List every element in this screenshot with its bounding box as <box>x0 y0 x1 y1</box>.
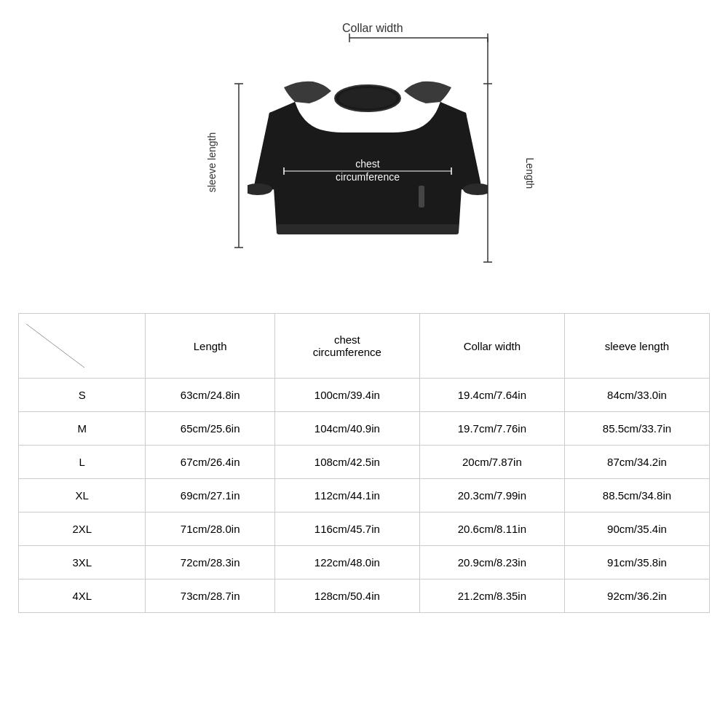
length-cell: 65cm/25.6in <box>146 412 274 446</box>
sweater-illustration: chest circumference <box>248 44 488 269</box>
size-cell: L <box>19 446 146 479</box>
sleeve-cell: 87cm/34.2in <box>564 446 709 479</box>
chest-cell: 100cm/39.4in <box>274 379 419 412</box>
size-cell: M <box>19 412 146 446</box>
chest-cell: 116cm/45.7in <box>274 513 419 546</box>
svg-rect-14 <box>277 224 459 234</box>
chest-cell: 122cm/48.0in <box>274 546 419 579</box>
sleeve-cell: 91cm/35.8in <box>564 546 709 579</box>
sleeve-length-label: sleeve length <box>206 132 218 193</box>
size-table-section: Length chestcircumference Collar width s… <box>18 313 710 613</box>
size-cell: S <box>19 379 146 412</box>
collar-cell: 19.7cm/7.76in <box>419 412 564 446</box>
size-cell: XL <box>19 479 146 513</box>
table-row: L 67cm/26.4in 108cm/42.5in 20cm/7.87in 8… <box>19 446 710 479</box>
svg-point-13 <box>339 88 397 108</box>
table-row: M 65cm/25.6in 104cm/40.9in 19.7cm/7.76in… <box>19 412 710 446</box>
table-row: S 63cm/24.8in 100cm/39.4in 19.4cm/7.64in… <box>19 379 710 412</box>
svg-text:chest: chest <box>355 158 380 170</box>
length-cell: 72cm/28.3in <box>146 546 274 579</box>
collar-cell: 21.2cm/8.35in <box>419 579 564 613</box>
table-row: XL 69cm/27.1in 112cm/44.1in 20.3cm/7.99i… <box>19 479 710 513</box>
length-cell: 63cm/24.8in <box>146 379 274 412</box>
header-sleeve: sleeve length <box>564 314 709 379</box>
size-cell: 3XL <box>19 546 146 579</box>
length-label: Length <box>525 158 537 189</box>
sleeve-cell: 85.5cm/33.7in <box>564 412 709 446</box>
length-cell: 73cm/28.7in <box>146 579 274 613</box>
chest-cell: 104cm/40.9in <box>274 412 419 446</box>
collar-cell: 20.6cm/8.11in <box>419 513 564 546</box>
header-chest: chestcircumference <box>274 314 419 379</box>
chest-cell: 128cm/50.4in <box>274 579 419 613</box>
table-row: 3XL 72cm/28.3in 122cm/48.0in 20.9cm/8.23… <box>19 546 710 579</box>
table-row: 2XL 71cm/28.0in 116cm/45.7in 20.6cm/8.11… <box>19 513 710 546</box>
collar-cell: 19.4cm/7.64in <box>419 379 564 412</box>
svg-line-21 <box>26 324 84 368</box>
header-collar: Collar width <box>419 314 564 379</box>
header-length: Length <box>146 314 274 379</box>
chest-cell: 112cm/44.1in <box>274 479 419 513</box>
sleeve-cell: 88.5cm/34.8in <box>564 479 709 513</box>
size-table: Length chestcircumference Collar width s… <box>18 313 710 613</box>
svg-text:circumference: circumference <box>336 171 400 183</box>
length-cell: 69cm/27.1in <box>146 479 274 513</box>
diagram-section: Collar width sleeve length Length <box>0 0 728 306</box>
diagram-wrapper: Collar width sleeve length Length <box>175 22 553 298</box>
table-header-row: Length chestcircumference Collar width s… <box>19 314 710 379</box>
collar-cell: 20cm/7.87in <box>419 446 564 479</box>
diagonal-header-cell <box>19 314 146 379</box>
chest-cell: 108cm/42.5in <box>274 446 419 479</box>
sleeve-cell: 84cm/33.0in <box>564 379 709 412</box>
length-cell: 67cm/26.4in <box>146 446 274 479</box>
sleeve-cell: 90cm/35.4in <box>564 513 709 546</box>
svg-rect-15 <box>419 186 424 207</box>
size-cell: 4XL <box>19 579 146 613</box>
collar-cell: 20.3cm/7.99in <box>419 479 564 513</box>
length-cell: 71cm/28.0in <box>146 513 274 546</box>
size-cell: 2XL <box>19 513 146 546</box>
sleeve-cell: 92cm/36.2in <box>564 579 709 613</box>
collar-width-label: Collar width <box>342 22 403 35</box>
table-row: 4XL 73cm/28.7in 128cm/50.4in 21.2cm/8.35… <box>19 579 710 613</box>
collar-cell: 20.9cm/8.23in <box>419 546 564 579</box>
